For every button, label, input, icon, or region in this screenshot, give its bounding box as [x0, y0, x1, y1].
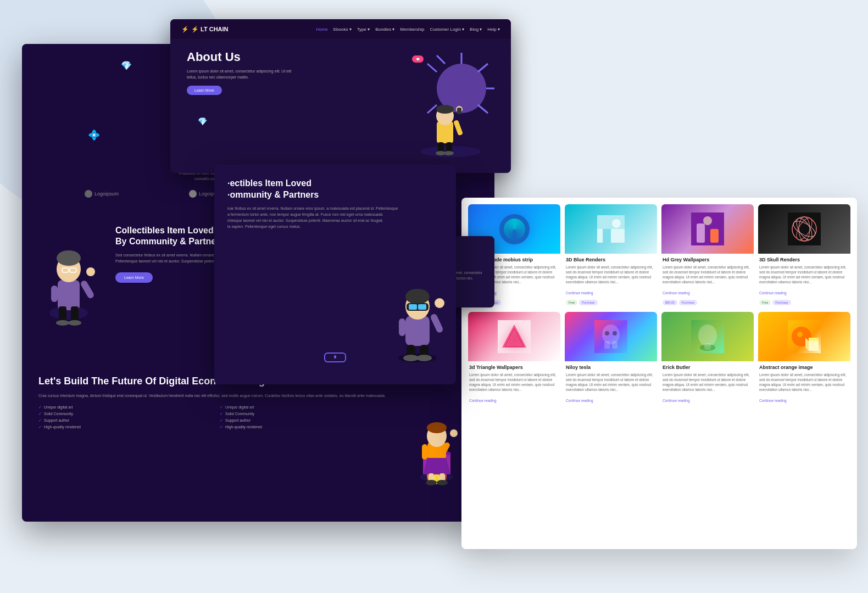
- check-icon-7: ✓: [38, 425, 42, 429]
- badge-purchase-3: Purchase: [679, 300, 697, 305]
- svg-rect-55: [697, 223, 705, 243]
- check-1: ✓ Unique digital art: [38, 405, 209, 410]
- check-label-6: Support author: [225, 418, 251, 422]
- scroll-indicator: [324, 353, 346, 362]
- svg-line-38: [427, 64, 437, 72]
- svg-rect-52: [603, 229, 611, 243]
- nav-blog[interactable]: Blog ▾: [470, 27, 482, 32]
- coll-learn-btn[interactable]: Learn More: [115, 272, 153, 283]
- svg-rect-1: [58, 280, 80, 310]
- nav-home[interactable]: Home: [316, 27, 327, 32]
- logo-1-label: Logoipsum: [94, 191, 119, 197]
- badge-free-2: Free: [566, 300, 577, 305]
- nft-title-3: Hd Grey Wallpapers: [663, 257, 753, 263]
- gem-icon-left: 💎: [121, 60, 132, 71]
- svg-rect-45: [457, 108, 461, 114]
- badge-purchase-4: Purchase: [772, 300, 791, 305]
- svg-rect-85: [405, 316, 430, 346]
- check-icon-6: ✓: [220, 418, 223, 423]
- nav-type[interactable]: Type ▾: [357, 27, 370, 32]
- nft-info-6: Niloy tesla Lorem ipsum dolor sit amet, …: [565, 361, 657, 406]
- green-head-svg: [691, 320, 724, 353]
- nft-title-7: Erick Butler: [663, 365, 753, 371]
- nft-desc-2: Lorem ipsum dolor sit amet, consectetur …: [566, 265, 656, 284]
- second-dark-figure: [385, 264, 450, 373]
- svg-rect-56: [710, 229, 719, 243]
- top-mockup: ⚡ ⚡ LT CHAIN Home Ebooks ▾ Type ▾ Bundle…: [170, 19, 511, 173]
- nav-customer[interactable]: Customer Login ▾: [430, 27, 464, 32]
- check-label-3: Solid Community: [44, 412, 73, 416]
- check-6: ✓ Support author: [220, 418, 390, 423]
- nft-desc-8: Lorem ipsum dolor sit amet, consectetur …: [759, 372, 849, 392]
- svg-line-34: [478, 64, 488, 72]
- nft-desc-6: Lorem ipsum dolor sit amet, consectetur …: [566, 372, 656, 392]
- nft-thumb-2: [565, 204, 657, 254]
- check-label-8: High-quality rendered: [225, 425, 262, 429]
- check-icon-5: ✓: [38, 418, 42, 423]
- nav-membership[interactable]: Membership: [400, 27, 424, 32]
- right-card-mockup: Blender made mobius strip Lorem ipsum do…: [461, 198, 857, 549]
- svg-marker-26: [423, 458, 450, 474]
- nft-link-2[interactable]: Continue reading: [566, 291, 593, 295]
- svg-rect-25: [422, 444, 427, 460]
- hero-about-title: About Us: [187, 50, 297, 64]
- orange-abstract-svg: [788, 320, 821, 353]
- svg-point-7: [86, 267, 95, 276]
- svg-line-36: [478, 105, 488, 113]
- svg-rect-8: [51, 286, 58, 302]
- svg-rect-89: [409, 304, 417, 310]
- svg-marker-82: [809, 338, 819, 341]
- nft-link-7[interactable]: Continue reading: [663, 399, 690, 402]
- nft-thumb-7: [661, 312, 754, 361]
- svg-point-12: [56, 320, 69, 326]
- nft-thumb-6: [565, 312, 657, 361]
- nft-link-5[interactable]: Continue reading: [469, 399, 497, 402]
- nft-link-3[interactable]: Continue reading: [663, 291, 690, 295]
- nft-thumb-8: [758, 312, 850, 361]
- svg-rect-93: [399, 318, 405, 336]
- svg-line-39: [427, 105, 437, 113]
- hero-learn-btn[interactable]: Learn More: [187, 86, 222, 95]
- nft-thumb-5: [468, 312, 560, 361]
- nft-link-4[interactable]: Continue reading: [759, 291, 787, 295]
- svg-rect-91: [430, 313, 444, 334]
- badge-purchase-2: Purchase: [579, 300, 597, 305]
- check-label-4: Solid Community: [225, 412, 254, 416]
- nft-link-6[interactable]: Continue reading: [566, 399, 593, 402]
- nav-help[interactable]: Help ▾: [487, 27, 500, 32]
- check-icon-3: ✓: [38, 412, 42, 416]
- svg-point-97: [416, 355, 432, 361]
- nft-item-8: Abstract orange image Lorem ipsum dolor …: [758, 312, 850, 406]
- room-svg: [594, 212, 627, 245]
- nft-info-3: Hd Grey Wallpapers Lorem ipsum dolor sit…: [661, 254, 754, 307]
- svg-rect-77: [704, 343, 711, 350]
- nft-grid-row2: 3d Triangle Wallpapers Lorem ipsum dolor…: [468, 312, 850, 406]
- second-dark-overlay: ·ectibles Item Loved·ommunity & Partners…: [214, 165, 456, 384]
- nft-info-8: Abstract orange image Lorem ipsum dolor …: [758, 361, 850, 406]
- nft-title-4: 3D Skull Renders: [759, 257, 849, 263]
- checklist: ✓ Unique digital art ✓ Unique digital ar…: [38, 405, 390, 429]
- top-hero: About Us Lorem ipsum dolor sit amet, con…: [170, 39, 511, 149]
- hero-gem-icon: 💎: [198, 117, 207, 126]
- nav-links: Home Ebooks ▾ Type ▾ Bundles ▾ Membershi…: [316, 27, 500, 32]
- check-icon-1: ✓: [38, 405, 42, 410]
- nav-ebooks[interactable]: Ebooks ▾: [333, 27, 352, 32]
- svg-point-30: [437, 480, 448, 485]
- svg-point-24: [450, 429, 458, 437]
- second-dark-desc: inar finibus ex sit amet viverra. Nullam…: [227, 205, 443, 230]
- nft-item-6: Niloy tesla Lorem ipsum dolor sit amet, …: [565, 312, 657, 406]
- check-8: ✓ High-quality rendered: [220, 425, 390, 429]
- top-navbar: ⚡ ⚡ LT CHAIN Home Ebooks ▾ Type ▾ Bundle…: [170, 19, 511, 39]
- nft-desc-5: Lorem ipsum dolor sit amet, consectetur …: [469, 372, 559, 392]
- nav-bundles[interactable]: Bundles ▾: [375, 27, 394, 32]
- spiky-character: [407, 50, 494, 160]
- hero-3d-area: 💬: [407, 50, 494, 149]
- svg-rect-6: [80, 279, 95, 299]
- nft-desc-3: Lorem ipsum dolor sit amet, consectetur …: [663, 265, 753, 284]
- nav-logo-text: ⚡ LT CHAIN: [191, 26, 229, 33]
- svg-point-92: [435, 298, 444, 308]
- nft-link-8[interactable]: Continue reading: [759, 399, 787, 402]
- svg-point-72: [605, 331, 609, 335]
- nft-info-4: 3D Skull Renders Lorem ipsum dolor sit a…: [758, 254, 850, 307]
- skull-svg: [788, 212, 821, 245]
